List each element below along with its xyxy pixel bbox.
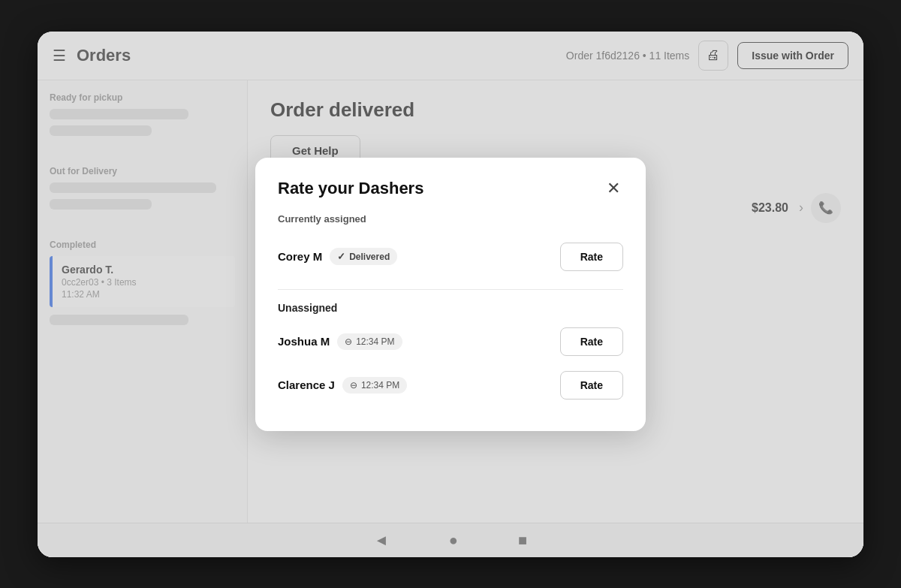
dasher-entry-corey: Corey M ✓ Delivered Rate: [278, 235, 623, 279]
dasher-name-joshua: Joshua M: [278, 335, 330, 348]
dasher-info-joshua: Joshua M ⊖ 12:34 PM: [278, 333, 402, 350]
dasher-name-clarence: Clarence J: [278, 378, 335, 391]
dasher-entry-clarence: Clarence J ⊖ 12:34 PM Rate: [278, 363, 623, 407]
unassigned-section-label: Unassigned: [278, 302, 623, 314]
clock-icon-clarence: ⊖: [350, 380, 357, 390]
dasher-info-clarence: Clarence J ⊖ 12:34 PM: [278, 377, 407, 394]
rate-clarence-button[interactable]: Rate: [560, 371, 623, 400]
rate-corey-button[interactable]: Rate: [560, 243, 623, 271]
clarence-time-badge: ⊖ 12:34 PM: [342, 377, 407, 394]
close-modal-button[interactable]: ✕: [604, 179, 623, 198]
modal-title: Rate your Dashers: [278, 179, 423, 198]
delivered-badge-text: Delivered: [349, 252, 390, 262]
divider: [278, 289, 623, 290]
currently-assigned-label: Currently assigned: [278, 213, 623, 225]
dasher-entry-joshua: Joshua M ⊖ 12:34 PM Rate: [278, 320, 623, 363]
delivered-badge: ✓ Delivered: [330, 248, 397, 265]
rate-joshua-button[interactable]: Rate: [560, 327, 623, 356]
clock-icon-joshua: ⊖: [345, 336, 352, 347]
dasher-name-corey: Corey M: [278, 250, 322, 263]
joshua-time: 12:34 PM: [356, 336, 394, 347]
clarence-time: 12:34 PM: [361, 380, 399, 390]
check-icon: ✓: [337, 251, 345, 262]
rate-dashers-modal: Rate your Dashers ✕ Currently assigned C…: [255, 158, 646, 431]
joshua-time-badge: ⊖ 12:34 PM: [337, 333, 402, 350]
dasher-info-corey: Corey M ✓ Delivered: [278, 248, 397, 265]
modal-header: Rate your Dashers ✕: [278, 179, 623, 198]
